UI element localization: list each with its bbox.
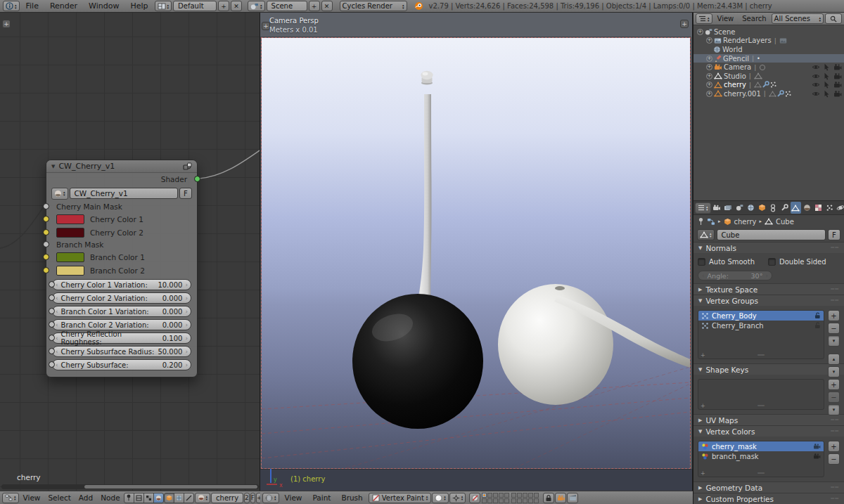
shader-group-node[interactable]: ▼ CW_Cherry_v1 Shader ▴▾ CW_Cherry_v1 F: [46, 160, 198, 377]
material-name-field[interactable]: cherry: [211, 493, 243, 503]
tab-render-layers[interactable]: [723, 202, 734, 214]
slider-increase-icon[interactable]: ›: [185, 361, 188, 368]
panel-header-vertex-groups[interactable]: ▼ Vertex Groups ══: [693, 295, 844, 306]
slider-decrease-icon[interactable]: ‹: [56, 335, 58, 342]
input-socket[interactable]: [49, 281, 55, 287]
tab-object[interactable]: [757, 202, 767, 214]
list-filter-toggle[interactable]: +: [701, 470, 705, 477]
slider-decrease-icon[interactable]: ‹: [56, 321, 58, 328]
layer-cell[interactable]: [482, 498, 487, 503]
menu-render[interactable]: Render: [45, 1, 82, 11]
panel-header-shape-keys[interactable]: ▼ Shape Keys ══: [693, 364, 844, 375]
delete-scene-button[interactable]: ✕: [321, 1, 333, 11]
slider-increase-icon[interactable]: ›: [185, 335, 188, 342]
shader-type-object-button[interactable]: [164, 493, 174, 503]
lock-to-scene-toggle[interactable]: [543, 493, 554, 503]
input-socket[interactable]: [43, 267, 49, 273]
node-tree-name-field[interactable]: CW_Cherry_v1: [70, 188, 178, 199]
outliner-row-world[interactable]: World: [693, 45, 844, 54]
tab-constraints[interactable]: [768, 202, 779, 214]
renderability-camera-icon[interactable]: [833, 91, 842, 97]
input-socket[interactable]: [43, 241, 49, 247]
shader-output-socket[interactable]: [194, 176, 200, 182]
crumb-data-name[interactable]: Cube: [776, 218, 794, 226]
panel-header-custom-properties[interactable]: ▶ Custom Properties ══: [693, 493, 844, 504]
outliner-row-scene[interactable]: + Scene: [693, 27, 844, 37]
menu-help[interactable]: Help: [125, 1, 153, 11]
vertex-group-item[interactable]: Cherry_Branch: [698, 321, 824, 330]
outliner-search-input[interactable]: [825, 13, 842, 24]
visibility-eye-icon[interactable]: [812, 73, 820, 79]
visibility-eye-icon[interactable]: [812, 91, 820, 97]
layer-cell[interactable]: [504, 493, 509, 498]
vertex-color-item[interactable]: branch_mask: [698, 451, 824, 461]
datablock-name-field[interactable]: Cube: [717, 229, 826, 240]
selectability-cursor-icon[interactable]: [824, 72, 830, 80]
vertex-group-item[interactable]: Cherry_Body: [698, 311, 824, 321]
input-socket[interactable]: [49, 335, 55, 341]
selectability-cursor-icon[interactable]: [824, 63, 830, 71]
region-expand-button[interactable]: +: [680, 20, 689, 28]
value-slider[interactable]: ‹ Cherry Subsurface: 0.200 ›: [52, 359, 191, 370]
layer-cell[interactable]: [511, 493, 516, 498]
active-render-camera-icon[interactable]: [813, 444, 821, 449]
layer-cell[interactable]: [504, 498, 509, 503]
remove-vertex-group-button[interactable]: −: [828, 323, 840, 334]
region-expand-button[interactable]: +: [2, 20, 11, 28]
slider-increase-icon[interactable]: ›: [185, 321, 188, 328]
expand-icon[interactable]: ▶: [698, 418, 702, 423]
value-slider[interactable]: ‹ Branch Color 2 Variation: 0.000 ›: [52, 319, 191, 330]
material-users-button[interactable]: 2: [244, 493, 250, 503]
slider-decrease-icon[interactable]: ‹: [702, 272, 705, 279]
tab-texture[interactable]: [813, 202, 824, 214]
layer-cell[interactable]: [523, 493, 528, 498]
panel-grip-icon[interactable]: ══: [831, 484, 839, 491]
editor-divider[interactable]: [692, 13, 693, 504]
outliner-row-camera[interactable]: + Camera |: [693, 63, 844, 72]
tab-object-data[interactable]: [791, 202, 801, 214]
lock-open-icon[interactable]: [814, 312, 821, 319]
layer-cell[interactable]: [499, 498, 504, 503]
pin-icon[interactable]: [698, 217, 704, 226]
panel-grip-icon[interactable]: ══: [831, 428, 839, 434]
panel-header-vertex-colors[interactable]: ▼ Vertex Colors ══: [693, 426, 844, 437]
value-slider[interactable]: ‹ Cherry Reflection Roughness: 0.100 ›: [52, 332, 191, 344]
layer-cell[interactable]: [534, 493, 539, 498]
input-socket[interactable]: [49, 348, 55, 354]
value-slider[interactable]: ‹ Cherry Color 2 Variation: 0.000 ›: [52, 292, 191, 304]
remove-vertex-color-button[interactable]: −: [828, 453, 840, 465]
slider-decrease-icon[interactable]: ‹: [56, 348, 58, 355]
viewport-shading-select[interactable]: ▴▾: [432, 493, 449, 503]
input-socket[interactable]: [43, 254, 49, 260]
slider-increase-icon[interactable]: ›: [185, 308, 188, 315]
layer-cell[interactable]: [517, 498, 522, 503]
list-filter-toggle[interactable]: +: [701, 352, 705, 358]
input-socket[interactable]: [49, 361, 55, 368]
input-socket[interactable]: [49, 295, 55, 301]
scene-icon-button[interactable]: ▴▾: [248, 1, 265, 11]
layer-cell[interactable]: [493, 493, 498, 498]
tab-render[interactable]: [712, 202, 722, 214]
expand-toggle[interactable]: +: [706, 91, 712, 97]
slider-increase-icon[interactable]: ›: [185, 281, 188, 288]
selectability-cursor-icon[interactable]: [824, 90, 830, 98]
vertex-color-item[interactable]: cherry_mask: [698, 441, 824, 451]
list-resize-grip[interactable]: ══: [757, 470, 765, 477]
panel-grip-icon[interactable]: ══: [831, 417, 839, 423]
scrollbar-thumb[interactable]: [84, 485, 257, 489]
add-layout-button[interactable]: +: [218, 1, 229, 11]
mesh-id-icon-button[interactable]: ▴▾: [697, 229, 715, 240]
expand-toggle[interactable]: +: [706, 73, 712, 79]
menu-window[interactable]: Window: [84, 1, 124, 11]
info-editor-button[interactable]: ▴▾: [3, 1, 20, 11]
layer-grid-2[interactable]: [511, 493, 539, 503]
panel-grip-icon[interactable]: ══: [831, 297, 839, 304]
render-engine-select[interactable]: Cycles Render ▴▾: [340, 1, 407, 11]
input-socket[interactable]: [49, 308, 55, 314]
visibility-eye-icon[interactable]: [812, 64, 820, 70]
list-resize-grip[interactable]: ══: [757, 403, 765, 409]
slider-decrease-icon[interactable]: ‹: [56, 308, 58, 315]
outliner-row-gpencil[interactable]: + GPencil | •: [693, 54, 844, 63]
layer-cell[interactable]: [482, 493, 487, 498]
editor-type-button[interactable]: ▴▾: [696, 13, 712, 24]
